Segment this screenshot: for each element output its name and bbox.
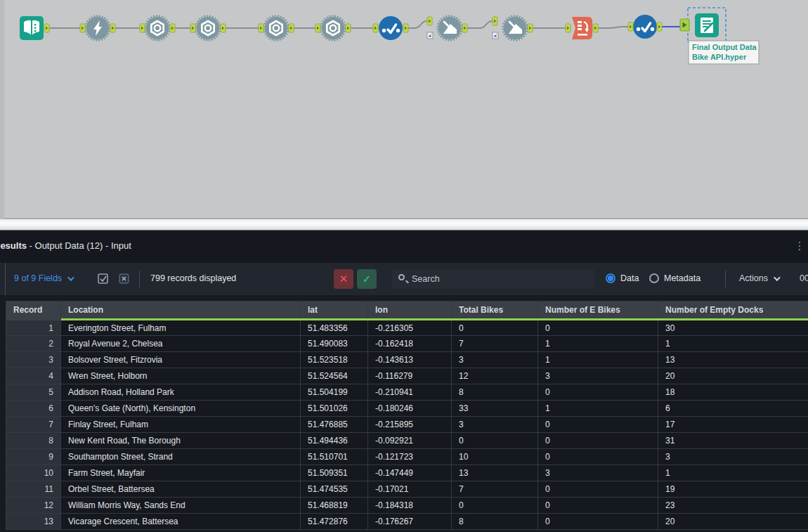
data-cell[interactable]: 6 [658, 401, 808, 417]
data-cell[interactable]: 1 [538, 352, 658, 368]
data-cell[interactable]: 51.474535 [301, 481, 368, 498]
data-cell[interactable]: 1 [658, 336, 808, 352]
record-cell[interactable]: 11 [6, 481, 61, 498]
data-cell[interactable]: 8 [452, 384, 538, 401]
panel-splitter[interactable] [0, 219, 808, 231]
clear-fields-button[interactable] [118, 273, 131, 285]
data-cell[interactable]: 51.509351 [301, 465, 368, 481]
record-cell[interactable]: 9 [6, 449, 61, 465]
radio-data[interactable]: Data [606, 273, 639, 283]
data-cell[interactable]: -0.210941 [368, 384, 452, 401]
data-cell[interactable]: Finlay Street, Fulham [61, 417, 301, 433]
data-cell[interactable]: 18 [658, 384, 808, 401]
table-row[interactable]: 5Addison Road, Holland Park51.504199-0.2… [6, 384, 808, 401]
data-cell[interactable]: Orbel Street, Battersea [61, 481, 301, 498]
table-row[interactable]: 11Orbel Street, Battersea51.474535-0.170… [6, 481, 808, 498]
record-cell[interactable]: 13 [6, 514, 61, 530]
data-cell[interactable]: -0.176267 [368, 514, 452, 530]
table-row[interactable]: 6Queen's Gate (North), Kensington51.5010… [6, 401, 808, 417]
hex-tool-3[interactable] [264, 16, 289, 41]
data-cell[interactable]: Farm Street, Mayfair [61, 465, 301, 481]
pen-tool-1[interactable] [438, 16, 462, 41]
select-fields-button[interactable] [97, 273, 110, 285]
record-cell[interactable]: 4 [6, 368, 61, 384]
data-cell[interactable]: -0.143613 [368, 352, 452, 368]
data-cell[interactable]: 1 [658, 465, 808, 481]
data-cell[interactable]: 51.510701 [301, 449, 368, 465]
data-cell[interactable]: 3 [538, 465, 658, 481]
record-cell[interactable]: 5 [6, 384, 61, 401]
data-cell[interactable]: 3 [538, 368, 658, 384]
data-cell[interactable]: New Kent Road, The Borough [61, 433, 301, 449]
lightning-tool[interactable] [86, 16, 110, 41]
data-cell[interactable]: -0.215895 [368, 417, 452, 433]
data-cell[interactable]: 3 [452, 352, 538, 368]
column-header[interactable]: lat [301, 301, 368, 320]
table-row[interactable]: 7Finlay Street, Fulham51.476885-0.215895… [6, 417, 808, 433]
data-cell[interactable]: 23 [658, 498, 808, 514]
data-cell[interactable]: 51.504199 [301, 384, 368, 401]
data-cell[interactable]: 51.501026 [301, 401, 368, 417]
data-cell[interactable]: 1 [538, 336, 658, 352]
hex-tool-4[interactable] [321, 16, 346, 41]
table-row[interactable]: 3Bolsover Street, Fitzrovia51.523518-0.1… [6, 352, 808, 368]
data-cell[interactable]: William Morris Way, Sands End [61, 498, 301, 514]
table-row[interactable]: 2Royal Avenue 2, Chelsea51.490083-0.1624… [6, 336, 808, 352]
column-header[interactable]: Number of E Bikes [538, 301, 658, 320]
data-cell[interactable]: Vicarage Crescent, Battersea [61, 514, 301, 530]
table-row[interactable]: 8New Kent Road, The Borough51.494436-0.0… [6, 433, 808, 449]
record-cell[interactable]: 6 [6, 401, 61, 417]
hex-tool-1[interactable] [145, 16, 170, 41]
record-cell[interactable]: 8 [6, 433, 61, 449]
record-cell[interactable]: 2 [6, 336, 61, 352]
data-cell[interactable]: 51.523518 [301, 352, 368, 368]
data-cell[interactable]: 0 [452, 320, 538, 336]
data-cell[interactable]: -0.17021 [368, 481, 452, 498]
data-cell[interactable]: -0.147449 [368, 465, 452, 481]
data-cell[interactable]: -0.121723 [368, 449, 452, 465]
output-data-tool[interactable] [695, 13, 719, 37]
data-cell[interactable]: 0 [452, 498, 538, 514]
column-header[interactable]: Record [6, 301, 61, 320]
column-header[interactable]: Total Bikes [452, 301, 538, 320]
workflow-canvas[interactable]: Final Output Data Bike API.hyper [0, 0, 808, 219]
data-cell[interactable]: -0.216305 [368, 320, 452, 336]
data-cell[interactable]: Bolsover Street, Fitzrovia [61, 352, 301, 368]
success-button[interactable]: ✓ [357, 269, 377, 289]
pen-tool-2[interactable] [503, 16, 528, 41]
hex-tool-2[interactable] [196, 16, 221, 41]
data-cell[interactable]: -0.162418 [368, 336, 452, 352]
table-row[interactable]: 10Farm Street, Mayfair51.509351-0.147449… [6, 465, 808, 481]
table-row[interactable]: 9Southampton Street, Strand51.510701-0.1… [6, 449, 808, 465]
data-cell[interactable]: 0 [538, 320, 658, 336]
data-cell[interactable]: -0.184318 [368, 498, 452, 514]
data-cell[interactable]: -0.116279 [368, 368, 452, 384]
data-cell[interactable]: 0 [538, 417, 658, 433]
data-cell[interactable]: 3 [452, 417, 538, 433]
column-header[interactable]: lon [368, 301, 452, 320]
data-cell[interactable]: 12 [452, 368, 538, 384]
data-cell[interactable]: 51.494436 [301, 433, 368, 449]
data-cell[interactable]: Queen's Gate (North), Kensington [61, 401, 301, 417]
errors-button[interactable]: ✕ [334, 269, 353, 289]
table-row[interactable]: 13Vicarage Crescent, Battersea51.472876-… [6, 514, 808, 530]
fields-dropdown[interactable]: 9 of 9 Fields [14, 273, 72, 283]
data-cell[interactable]: 0 [538, 449, 658, 465]
data-cell[interactable]: 0 [538, 514, 658, 530]
input-data-tool[interactable] [20, 16, 44, 40]
data-cell[interactable]: 51.472876 [301, 514, 368, 530]
record-cell[interactable]: 1 [6, 320, 61, 336]
data-cell[interactable]: Addison Road, Holland Park [61, 384, 301, 401]
data-cell[interactable]: 33 [452, 401, 538, 417]
record-cell[interactable]: 3 [6, 352, 61, 368]
data-cell[interactable]: 0 [538, 498, 658, 514]
column-header[interactable]: Location [61, 301, 301, 320]
data-cell[interactable]: 10 [452, 449, 538, 465]
data-cell[interactable]: 13 [658, 352, 808, 368]
data-cell[interactable]: 19 [658, 481, 808, 498]
data-cell[interactable]: 0 [538, 384, 658, 401]
data-cell[interactable]: Royal Avenue 2, Chelsea [61, 336, 301, 352]
data-cell[interactable]: 51.524564 [301, 368, 368, 384]
search-input[interactable] [412, 269, 587, 289]
data-cell[interactable]: 51.490083 [301, 336, 368, 352]
